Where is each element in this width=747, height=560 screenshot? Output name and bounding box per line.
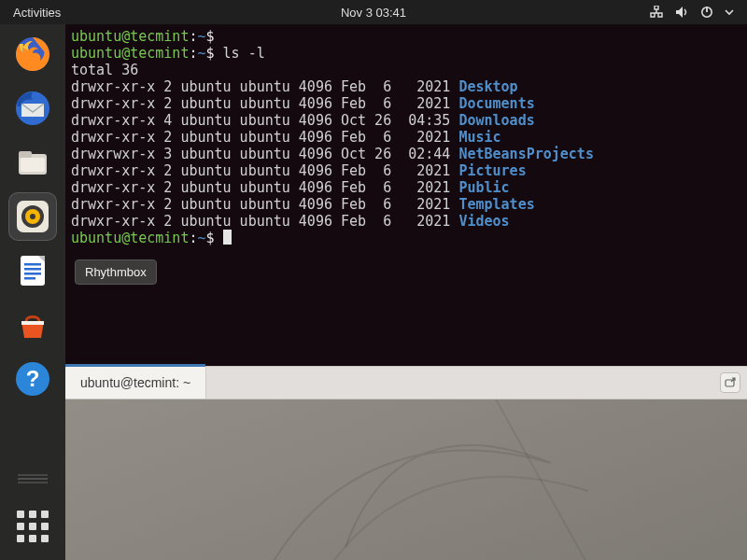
activities-button[interactable]: Activities — [0, 6, 74, 20]
dock-item-files[interactable] — [8, 138, 57, 187]
svg-point-10 — [30, 214, 35, 219]
new-tab-area — [713, 367, 747, 399]
svg-rect-20 — [18, 474, 48, 476]
dock-item-libreoffice-writer[interactable] — [8, 246, 57, 295]
dock-tooltip: Rhythmbox — [75, 259, 157, 285]
dock-item-help[interactable]: ? — [8, 355, 57, 403]
svg-rect-19 — [18, 478, 48, 480]
terminal-output[interactable]: ubuntu@tecmint:~$ ubuntu@tecmint:~$ ls -… — [65, 24, 747, 366]
dock-item-ubuntu-software[interactable] — [8, 301, 57, 349]
apps-grid-icon — [17, 511, 49, 542]
terminal-window: ubuntu@tecmint:~$ ubuntu@tecmint:~$ ls -… — [65, 24, 747, 399]
terminal-tab-title: ubuntu@tecmint: ~ — [80, 375, 190, 390]
svg-rect-21 — [18, 482, 48, 483]
volume-icon[interactable] — [675, 6, 689, 19]
tab-bar-spacer — [206, 367, 713, 399]
show-applications-button[interactable] — [8, 502, 57, 551]
svg-rect-14 — [24, 273, 41, 275]
terminal-tab[interactable]: ubuntu@tecmint: ~ — [65, 367, 206, 399]
svg-rect-6 — [21, 158, 45, 172]
svg-rect-11 — [21, 256, 45, 286]
system-indicators[interactable] — [636, 6, 747, 19]
dock-separator — [8, 463, 57, 495]
new-tab-icon — [725, 377, 736, 388]
network-icon[interactable] — [649, 6, 664, 19]
svg-rect-15 — [24, 277, 35, 280]
top-bar: Activities Nov 3 03:41 — [0, 0, 747, 24]
svg-rect-12 — [24, 263, 41, 266]
dock: ? — [0, 24, 65, 560]
clock[interactable]: Nov 3 03:41 — [341, 6, 406, 20]
terminal-tab-bar: ubuntu@tecmint: ~ — [65, 366, 747, 399]
chevron-down-icon[interactable] — [725, 8, 734, 16]
new-tab-button[interactable] — [720, 372, 740, 393]
svg-rect-5 — [19, 151, 32, 158]
svg-rect-13 — [24, 268, 41, 271]
svg-text:?: ? — [26, 366, 40, 391]
dock-item-thunderbird[interactable] — [8, 84, 57, 133]
svg-rect-16 — [21, 321, 44, 325]
power-icon[interactable] — [700, 6, 713, 19]
dock-item-firefox[interactable] — [8, 30, 57, 78]
dock-item-rhythmbox[interactable] — [8, 192, 57, 241]
